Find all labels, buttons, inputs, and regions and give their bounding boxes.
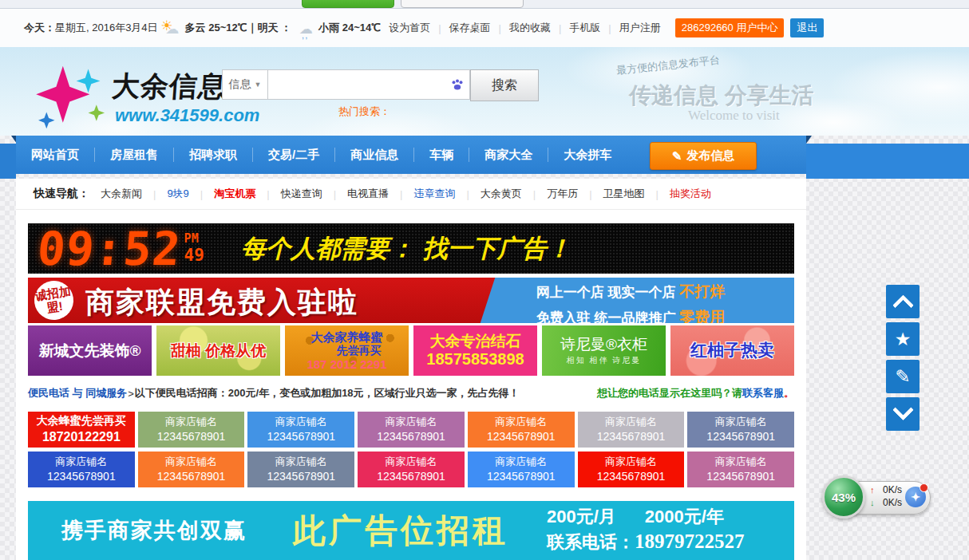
nav-item-merchants[interactable]: 商家大全 (469, 148, 548, 162)
promo-line1-highlight: 不打烊 (679, 283, 725, 300)
publish-info-button[interactable]: ✎ 发布信息 (650, 142, 757, 170)
ad-tile-stone-treatment[interactable]: 大余专治结石 18575853898 (413, 325, 537, 376)
led-clock: 09:52 PM 49 (38, 226, 204, 272)
logout-button[interactable]: 退出 (790, 18, 824, 37)
phone-cell[interactable]: 商家店铺名12345678901 (358, 412, 465, 448)
topbar-links: 设为首页| 保存桌面| 我的收藏| 手机版| 用户注册 286292660 用户… (381, 18, 824, 37)
phone-section-desc: 以下便民电话招商：200元/年，变色或加粗加18元，区域行业只选一家，先占先得！ (135, 386, 520, 400)
ad-tile-decoration[interactable]: 新城文先装饰® (28, 325, 152, 376)
pencil-icon: ✎ (895, 368, 910, 386)
banner-phone-label: 联系电话： (547, 532, 635, 552)
ad-tile-red-pomelo[interactable]: 红柚子热卖 (670, 325, 794, 376)
quicknav-violation-query[interactable]: 违章查询 (402, 187, 466, 201)
main-nav: 网站首页 房屋租售 招聘求职 交易/二手 商业信息 车辆 商家大全 大余拼车 ✎… (16, 136, 806, 174)
phone-cell[interactable]: 商家店铺名12345678901 (578, 452, 685, 487)
phone-cta-text: 想让您的电话显示在这里吗？请 (597, 387, 742, 399)
phone-cell[interactable]: 商家店铺名12345678901 (687, 412, 794, 448)
ad-space-banner[interactable]: 携手商家共创双赢 此广告位招租 200元/月 2000元/年 联系电话：1897… (28, 501, 794, 560)
link-favorites[interactable]: 我的收藏 (509, 21, 551, 35)
link-set-homepage[interactable]: 设为首页 (389, 21, 430, 35)
nav-item-housing[interactable]: 房屋租售 (94, 148, 173, 162)
post-button[interactable]: ✎ (886, 360, 920, 393)
nav-item-business[interactable]: 商业信息 (334, 148, 413, 162)
nav-item-jobs[interactable]: 招聘求职 (173, 148, 252, 162)
paw-icon[interactable] (450, 77, 465, 92)
progress-percent: 43% (832, 491, 856, 504)
chevron-down-icon (892, 399, 914, 420)
topbar: 今天： 星期五, 2016年3月4日 ☁☀ 多云 25~12℃ ｜ 明天 ： ☁… (0, 8, 969, 48)
slogan-english: Welcome to visit (688, 108, 780, 124)
link-mobile-version[interactable]: 手机版 (569, 21, 600, 35)
led-seconds: 49 (184, 247, 204, 264)
search-input-wrap (268, 69, 470, 100)
banner-phone-number: 18979722527 (635, 530, 745, 552)
slogan-small: 最方便的信息发布平台 (615, 53, 720, 77)
nav-item-trade[interactable]: 交易/二手 (252, 148, 334, 162)
browser-top-strip (0, 0, 969, 8)
chevron-down-icon: ▼ (255, 81, 262, 89)
nav-item-carpool[interactable]: 大余拼车 (548, 148, 627, 162)
rain-cloud-icon: ☁,, (295, 19, 315, 37)
phone-cell[interactable]: 商家店铺名12345678901 (28, 452, 135, 487)
browser-white-button[interactable] (401, 0, 524, 8)
download-arrow-icon: ↓ (870, 496, 875, 509)
progress-circle[interactable]: 43% (822, 475, 865, 519)
phone-cell[interactable]: 商家店铺名12345678901 (578, 412, 685, 448)
banner-price-month: 200元/月 (547, 506, 616, 529)
speed-widget[interactable]: 43% ↑ ↓ 0K/s 0K/s ✦ (822, 475, 931, 519)
link-register[interactable]: 用户注册 (619, 21, 661, 35)
phone-section-header: 便民电话 与 同城服务 > 以下便民电话招商：200元/年，变色或加粗加18元，… (28, 385, 794, 402)
ad-tile-wardrobe[interactable]: 诗尼曼®衣柜 相知 相伴 诗尼曼 (542, 325, 666, 376)
promo-line2: 免费入驻 统一品牌推广 (536, 310, 679, 323)
phone-grid-row: 大余蜂蜜先尝再买18720122291 商家店铺名12345678901 商家店… (28, 412, 794, 448)
quicknav-taobao-tickets[interactable]: 淘宝机票 (203, 187, 267, 201)
site-header: 大余信息网 www.341599.com 信息 ▼ 搜索 热门搜索： 最方便的信… (0, 47, 969, 136)
phone-cell[interactable]: 商家店铺名12345678901 (358, 452, 465, 487)
tomorrow-weather: 小雨 24~14℃ (318, 21, 381, 35)
quicknav-tv-live[interactable]: 电视直播 (336, 187, 400, 201)
notification-dot (920, 483, 928, 492)
quicknav-lottery[interactable]: 抽奖活动 (659, 187, 722, 201)
today-label: 今天： (24, 21, 55, 35)
quicknav-9kuai9[interactable]: 9块9 (156, 187, 200, 201)
phone-cell[interactable]: 商家店铺名12345678901 (138, 452, 245, 487)
link-save-desktop[interactable]: 保存桌面 (449, 21, 491, 35)
search-bar: 信息 ▼ 搜索 (222, 69, 539, 100)
ad-tile-honey[interactable]: 大余家养蜂蜜 先尝再买 187 2012 2291 (285, 325, 409, 376)
search-button[interactable]: 搜索 (470, 69, 539, 101)
phone-cell[interactable]: 大余蜂蜜先尝再买18720122291 (28, 412, 135, 448)
chevron-up-icon (892, 294, 914, 316)
favorite-button[interactable]: ★ (886, 322, 920, 356)
quicknav-yellow-pages[interactable]: 大余黄页 (469, 187, 533, 201)
quick-nav: 快速导航： 大余新闻| 9块9| 淘宝机票| 快递查询| 电视直播| 违章查询|… (16, 179, 806, 210)
led-clock-banner[interactable]: 09:52 PM 49 每个人都需要： 找一下广告！ (28, 223, 794, 274)
led-ampm: PM (184, 233, 204, 245)
quicknav-express-query[interactable]: 快递查询 (270, 187, 334, 201)
phone-cell[interactable]: 商家店铺名12345678901 (247, 452, 354, 487)
user-center-button[interactable]: 286292660 用户中心 (675, 18, 785, 37)
search-input[interactable] (273, 71, 444, 98)
banner-left-text: 携手商家共创双赢 (61, 516, 247, 545)
phone-cell[interactable]: 商家店铺名12345678901 (468, 412, 575, 448)
main-content: 快速导航： 大余新闻| 9块9| 淘宝机票| 快递查询| 电视直播| 违章查询|… (16, 179, 806, 560)
phone-cell[interactable]: 商家店铺名12345678901 (687, 452, 794, 487)
quicknav-calendar[interactable]: 万年历 (536, 187, 589, 201)
merchant-alliance-banner[interactable]: 诚招加盟! 商家联盟免费入驻啦 网上一个店 现实一个店 不打烊 免费入驻 统一品… (28, 278, 794, 323)
browser-green-button[interactable] (302, 0, 394, 8)
phone-cell[interactable]: 商家店铺名12345678901 (247, 412, 354, 448)
nav-item-vehicles[interactable]: 车辆 (413, 148, 469, 162)
quicknav-dayu-news[interactable]: 大余新闻 (89, 187, 153, 201)
ad-tile-pomelo[interactable]: 甜柚 价格从优 (156, 325, 280, 376)
download-speed: 0K/s (883, 496, 902, 509)
phone-cell[interactable]: 商家店铺名12345678901 (468, 452, 575, 487)
contact-service-link[interactable]: 联系客服 (742, 387, 784, 399)
phone-cell[interactable]: 商家店铺名12345678901 (138, 412, 245, 448)
led-message: 每个人都需要： 找一下广告！ (241, 232, 572, 266)
scroll-bottom-button[interactable] (886, 397, 920, 431)
search-category-dropdown[interactable]: 信息 ▼ (222, 69, 268, 100)
scroll-top-button[interactable] (886, 285, 920, 318)
quicknav-satellite-map[interactable]: 卫星地图 (592, 187, 656, 201)
nav-item-home[interactable]: 网站首页 (16, 148, 94, 162)
led-time: 09:52 (35, 226, 183, 272)
promo-title: 商家联盟免费入驻啦 (85, 283, 358, 322)
